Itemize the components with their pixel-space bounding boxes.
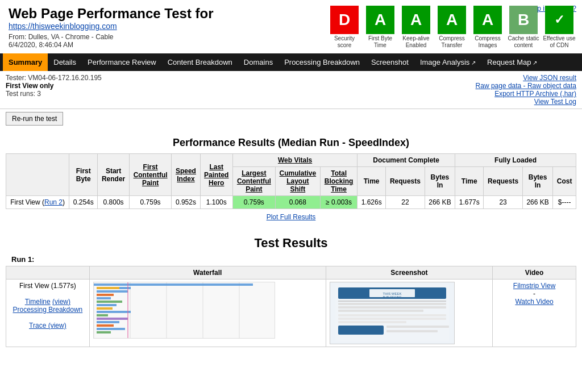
tester-info: Tester: VM04-06-172.16.20.195 bbox=[6, 74, 102, 82]
test-results-section: Test Results Run 1: Waterfall Screenshot… bbox=[0, 236, 582, 347]
processing-breakdown-link[interactable]: Processing Breakdown bbox=[13, 306, 83, 314]
export-har-link[interactable]: Export HTTP Archive (.har) bbox=[476, 90, 576, 98]
waterfall-cell bbox=[89, 280, 326, 347]
svg-rect-28 bbox=[338, 301, 446, 302]
plot-link-container: Plot Full Results bbox=[6, 212, 576, 221]
view-test-log-link[interactable]: View Test Log bbox=[476, 98, 576, 106]
grade-compress-images: A Compress Images bbox=[471, 6, 505, 49]
grade-label-security: Security score bbox=[327, 35, 361, 49]
cell-doc-time: 1.626s bbox=[357, 196, 386, 209]
first-view-run-label: First View (1.577s) bbox=[10, 282, 86, 290]
nav-image-analysis[interactable]: Image Analysis bbox=[414, 53, 481, 71]
nav-screenshot[interactable]: Screenshot bbox=[365, 53, 414, 71]
svg-rect-13 bbox=[97, 304, 117, 306]
grade-box-compress-transfer: A bbox=[438, 6, 466, 34]
first-view-label: First View only bbox=[6, 82, 102, 90]
col-header-doc-bytes: BytesIn bbox=[425, 167, 455, 196]
grade-box-cache-static: B bbox=[509, 6, 538, 34]
svg-rect-14 bbox=[97, 307, 113, 310]
screenshot-image: THIS WEEK IN BLOGGING bbox=[330, 282, 455, 344]
svg-rect-36 bbox=[386, 326, 449, 328]
svg-rect-31 bbox=[338, 310, 423, 312]
cell-speed-index: 0.952s bbox=[172, 196, 200, 209]
grade-label-compress-transfer: Compress Transfer bbox=[435, 35, 469, 49]
run-col-header-video: Video bbox=[493, 266, 576, 280]
svg-rect-35 bbox=[338, 326, 384, 335]
cell-tbt: ≥ 0.003s bbox=[321, 196, 357, 209]
plot-full-results-link[interactable]: Plot Full Results bbox=[267, 213, 316, 221]
nav-content-breakdown[interactable]: Content Breakdown bbox=[162, 53, 238, 71]
col-header-fully-loaded: Fully Loaded bbox=[455, 154, 576, 167]
info-right: View JSON result Raw page data - Raw obj… bbox=[476, 74, 576, 106]
svg-rect-33 bbox=[338, 318, 446, 320]
col-header-first-byte: FirstByte bbox=[69, 154, 98, 196]
grade-label-cdn: Effective use of CDN bbox=[542, 35, 576, 49]
svg-rect-17 bbox=[97, 318, 128, 320]
performance-results-section: Performance Results (Median Run - SpeedI… bbox=[0, 137, 582, 230]
view-link[interactable]: (view) bbox=[52, 298, 70, 306]
svg-rect-8 bbox=[119, 287, 131, 289]
col-header-doc-complete: Document Complete bbox=[357, 154, 455, 167]
cell-cls: 0.068 bbox=[275, 196, 320, 209]
col-header-doc-time: Time bbox=[357, 167, 386, 196]
nav-request-map[interactable]: Request Map bbox=[481, 53, 543, 71]
svg-rect-29 bbox=[338, 303, 446, 305]
video-separator: - bbox=[533, 290, 535, 298]
run-table: Waterfall Screenshot Video First View (1… bbox=[6, 266, 576, 347]
col-header-full-bytes: BytesIn bbox=[522, 167, 553, 196]
run-info-cell: First View (1.577s) Timeline (view) Proc… bbox=[6, 280, 90, 347]
cell-last-painted: 1.100s bbox=[200, 196, 233, 209]
cell-lcp: 0.759s bbox=[233, 196, 276, 209]
col-header-cls: CumulativeLayoutShift bbox=[275, 167, 320, 196]
cell-cost: $---- bbox=[553, 196, 576, 209]
nav-domains[interactable]: Domains bbox=[238, 53, 278, 71]
test-runs-info: Test runs: 3 bbox=[6, 90, 102, 98]
grades-container: D Security score A First Byte Time A Kee… bbox=[327, 6, 576, 49]
cell-doc-requests: 22 bbox=[386, 196, 425, 209]
col-header-empty bbox=[6, 154, 69, 196]
performance-table: FirstByte StartRender FirstContentfulPai… bbox=[6, 153, 576, 209]
grade-first-byte: A First Byte Time bbox=[363, 6, 397, 49]
timeline-link[interactable]: Timeline bbox=[25, 298, 51, 306]
svg-rect-16 bbox=[97, 314, 108, 316]
grade-label-keep-alive: Keep-alive Enabled bbox=[399, 35, 433, 49]
view-json-link[interactable]: View JSON result bbox=[476, 74, 576, 82]
col-header-full-requests: Requests bbox=[484, 167, 523, 196]
nav-summary[interactable]: Summary bbox=[3, 53, 48, 71]
nav-performance-review[interactable]: Performance Review bbox=[82, 53, 162, 71]
svg-rect-37 bbox=[386, 330, 438, 332]
svg-rect-21 bbox=[97, 331, 111, 333]
main-nav: Summary Details Performance Review Conte… bbox=[0, 53, 582, 71]
video-cell: Filmstrip View - Watch Video bbox=[493, 280, 576, 347]
svg-rect-10 bbox=[97, 294, 114, 296]
svg-rect-34 bbox=[338, 321, 406, 323]
col-header-full-time: Time bbox=[455, 167, 484, 196]
cell-full-bytes: 266 KB bbox=[522, 196, 553, 209]
test-results-title: Test Results bbox=[6, 236, 576, 251]
nav-processing-breakdown[interactable]: Processing Breakdown bbox=[278, 53, 365, 71]
col-header-speed-index: SpeedIndex bbox=[172, 154, 200, 196]
svg-rect-32 bbox=[338, 314, 446, 316]
grade-security: D Security score bbox=[327, 6, 361, 49]
svg-rect-7 bbox=[97, 287, 119, 289]
grade-compress-transfer: A Compress Transfer bbox=[435, 6, 469, 49]
waterfall-image bbox=[93, 282, 275, 339]
grade-box-cdn: ✓ bbox=[545, 6, 573, 34]
raw-page-link[interactable]: Raw page data - Raw object data bbox=[476, 82, 576, 90]
trace-link[interactable]: Trace (view) bbox=[29, 322, 66, 330]
watch-video-link[interactable]: Watch Video bbox=[515, 298, 553, 306]
filmstrip-view-link[interactable]: Filmstrip View bbox=[513, 282, 555, 290]
run-col-header-empty bbox=[6, 266, 90, 280]
cell-start-render: 0.800s bbox=[98, 196, 130, 209]
col-header-lcp: LargestContentfulPaint bbox=[233, 167, 276, 196]
run-label: Run 1: bbox=[11, 255, 576, 264]
run2-link[interactable]: Run 2 bbox=[44, 198, 63, 206]
grade-label-first-byte: First Byte Time bbox=[363, 35, 397, 49]
grade-box-keep-alive: A bbox=[402, 6, 430, 34]
col-header-fcp: FirstContentfulPaint bbox=[129, 154, 172, 196]
site-url[interactable]: https://thisweekinblogging.com bbox=[9, 22, 117, 31]
svg-rect-6 bbox=[94, 283, 253, 286]
rerun-button[interactable]: Re-run the test bbox=[6, 112, 63, 126]
svg-rect-20 bbox=[97, 328, 125, 330]
nav-details[interactable]: Details bbox=[48, 53, 82, 71]
